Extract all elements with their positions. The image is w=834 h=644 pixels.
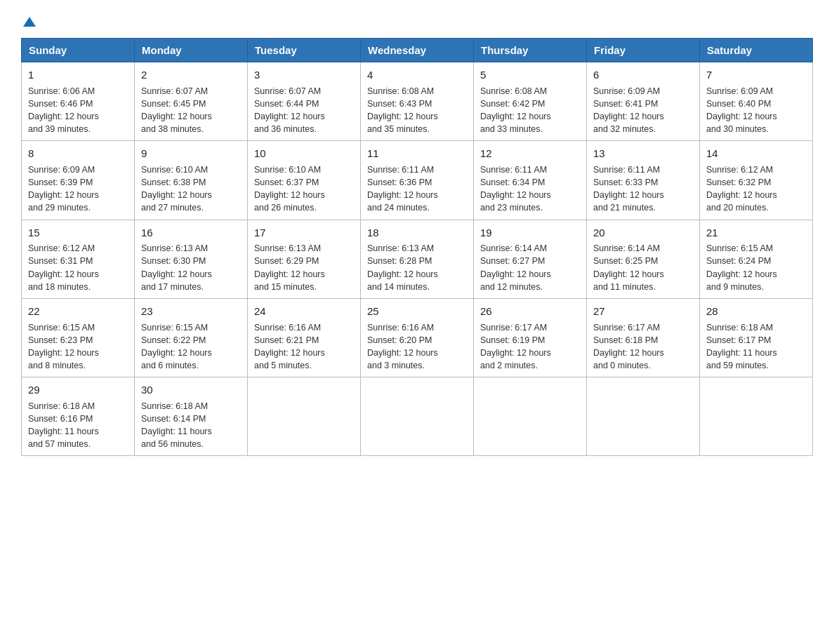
calendar-cell: 4Sunrise: 6:08 AMSunset: 6:43 PMDaylight… <box>361 62 474 141</box>
day-info: Sunrise: 6:18 AMSunset: 6:14 PMDaylight:… <box>141 401 212 449</box>
day-number: 29 <box>28 382 128 398</box>
calendar-cell: 9Sunrise: 6:10 AMSunset: 6:38 PMDaylight… <box>135 141 248 220</box>
calendar-cell: 10Sunrise: 6:10 AMSunset: 6:37 PMDayligh… <box>248 141 361 220</box>
day-number: 10 <box>254 146 354 161</box>
day-number: 3 <box>254 67 354 83</box>
day-number: 19 <box>480 225 580 241</box>
day-info: Sunrise: 6:12 AMSunset: 6:31 PMDaylight:… <box>28 243 99 291</box>
day-number: 20 <box>593 225 693 241</box>
day-info: Sunrise: 6:08 AMSunset: 6:43 PMDaylight:… <box>367 86 438 134</box>
day-info: Sunrise: 6:17 AMSunset: 6:19 PMDaylight:… <box>480 323 551 370</box>
day-number: 21 <box>706 225 806 241</box>
calendar-table: SundayMondayTuesdayWednesdayThursdayFrid… <box>21 38 813 456</box>
day-info: Sunrise: 6:09 AMSunset: 6:40 PMDaylight:… <box>706 86 777 134</box>
header-wednesday: Wednesday <box>361 39 474 62</box>
calendar-cell: 5Sunrise: 6:08 AMSunset: 6:42 PMDaylight… <box>474 62 587 141</box>
day-info: Sunrise: 6:10 AMSunset: 6:38 PMDaylight:… <box>141 165 212 213</box>
calendar-cell <box>248 377 361 456</box>
calendar-cell: 30Sunrise: 6:18 AMSunset: 6:14 PMDayligh… <box>135 377 248 456</box>
day-info: Sunrise: 6:16 AMSunset: 6:21 PMDaylight:… <box>254 323 325 370</box>
calendar-cell: 1Sunrise: 6:06 AMSunset: 6:46 PMDaylight… <box>22 62 135 141</box>
calendar-cell: 21Sunrise: 6:15 AMSunset: 6:24 PMDayligh… <box>700 220 813 298</box>
calendar-cell: 11Sunrise: 6:11 AMSunset: 6:36 PMDayligh… <box>361 141 474 220</box>
day-number: 2 <box>141 67 241 83</box>
day-number: 25 <box>367 304 467 319</box>
day-number: 18 <box>367 225 467 241</box>
day-info: Sunrise: 6:15 AMSunset: 6:24 PMDaylight:… <box>706 243 777 291</box>
header <box>21 14 813 25</box>
header-monday: Monday <box>135 39 248 62</box>
logo-icon <box>21 15 36 27</box>
day-number: 4 <box>367 67 467 83</box>
day-number: 14 <box>706 146 806 161</box>
header-sunday: Sunday <box>22 39 135 62</box>
day-info: Sunrise: 6:11 AMSunset: 6:36 PMDaylight:… <box>367 165 438 213</box>
day-info: Sunrise: 6:07 AMSunset: 6:44 PMDaylight:… <box>254 86 325 134</box>
day-number: 15 <box>28 225 128 241</box>
calendar-cell: 24Sunrise: 6:16 AMSunset: 6:21 PMDayligh… <box>248 298 361 377</box>
header-friday: Friday <box>587 39 700 62</box>
day-number: 5 <box>480 67 580 83</box>
day-number: 11 <box>367 146 467 161</box>
day-number: 13 <box>593 146 693 161</box>
day-info: Sunrise: 6:09 AMSunset: 6:41 PMDaylight:… <box>593 86 664 134</box>
day-number: 9 <box>141 146 241 161</box>
calendar-cell: 13Sunrise: 6:11 AMSunset: 6:33 PMDayligh… <box>587 141 700 220</box>
day-number: 8 <box>28 146 128 161</box>
header-saturday: Saturday <box>700 39 813 62</box>
calendar-cell: 22Sunrise: 6:15 AMSunset: 6:23 PMDayligh… <box>22 298 135 377</box>
day-info: Sunrise: 6:09 AMSunset: 6:39 PMDaylight:… <box>28 165 99 213</box>
day-info: Sunrise: 6:14 AMSunset: 6:25 PMDaylight:… <box>593 243 664 291</box>
calendar-cell: 25Sunrise: 6:16 AMSunset: 6:20 PMDayligh… <box>361 298 474 377</box>
day-info: Sunrise: 6:14 AMSunset: 6:27 PMDaylight:… <box>480 243 551 291</box>
calendar-cell: 12Sunrise: 6:11 AMSunset: 6:34 PMDayligh… <box>474 141 587 220</box>
day-info: Sunrise: 6:06 AMSunset: 6:46 PMDaylight:… <box>28 86 99 134</box>
day-info: Sunrise: 6:15 AMSunset: 6:22 PMDaylight:… <box>141 323 212 370</box>
weekday-header-row: SundayMondayTuesdayWednesdayThursdayFrid… <box>22 39 813 62</box>
calendar-cell: 6Sunrise: 6:09 AMSunset: 6:41 PMDaylight… <box>587 62 700 141</box>
day-number: 30 <box>141 382 241 398</box>
day-number: 12 <box>480 146 580 161</box>
day-info: Sunrise: 6:16 AMSunset: 6:20 PMDaylight:… <box>367 323 438 370</box>
calendar-cell: 28Sunrise: 6:18 AMSunset: 6:17 PMDayligh… <box>700 298 813 377</box>
day-info: Sunrise: 6:11 AMSunset: 6:33 PMDaylight:… <box>593 165 664 213</box>
day-number: 17 <box>254 225 354 241</box>
calendar-cell: 27Sunrise: 6:17 AMSunset: 6:18 PMDayligh… <box>587 298 700 377</box>
calendar-cell: 20Sunrise: 6:14 AMSunset: 6:25 PMDayligh… <box>587 220 700 298</box>
header-tuesday: Tuesday <box>248 39 361 62</box>
day-number: 27 <box>593 304 693 319</box>
day-number: 23 <box>141 304 241 319</box>
day-number: 28 <box>706 304 806 319</box>
day-info: Sunrise: 6:18 AMSunset: 6:17 PMDaylight:… <box>706 323 777 370</box>
day-info: Sunrise: 6:11 AMSunset: 6:34 PMDaylight:… <box>480 165 551 213</box>
logo <box>21 14 36 25</box>
header-thursday: Thursday <box>474 39 587 62</box>
week-row-1: 1Sunrise: 6:06 AMSunset: 6:46 PMDaylight… <box>22 62 813 141</box>
calendar-cell: 26Sunrise: 6:17 AMSunset: 6:19 PMDayligh… <box>474 298 587 377</box>
day-info: Sunrise: 6:12 AMSunset: 6:32 PMDaylight:… <box>706 165 777 213</box>
week-row-5: 29Sunrise: 6:18 AMSunset: 6:16 PMDayligh… <box>22 377 813 456</box>
calendar-cell: 17Sunrise: 6:13 AMSunset: 6:29 PMDayligh… <box>248 220 361 298</box>
day-number: 7 <box>706 67 806 83</box>
calendar-cell: 16Sunrise: 6:13 AMSunset: 6:30 PMDayligh… <box>135 220 248 298</box>
calendar-cell <box>700 377 813 456</box>
day-number: 6 <box>593 67 693 83</box>
day-info: Sunrise: 6:13 AMSunset: 6:30 PMDaylight:… <box>141 243 212 291</box>
calendar-cell: 2Sunrise: 6:07 AMSunset: 6:45 PMDaylight… <box>135 62 248 141</box>
day-info: Sunrise: 6:17 AMSunset: 6:18 PMDaylight:… <box>593 323 664 370</box>
calendar-cell: 7Sunrise: 6:09 AMSunset: 6:40 PMDaylight… <box>700 62 813 141</box>
calendar-cell: 15Sunrise: 6:12 AMSunset: 6:31 PMDayligh… <box>22 220 135 298</box>
day-number: 1 <box>28 67 128 83</box>
day-info: Sunrise: 6:13 AMSunset: 6:29 PMDaylight:… <box>254 243 325 291</box>
day-number: 24 <box>254 304 354 319</box>
calendar-cell: 29Sunrise: 6:18 AMSunset: 6:16 PMDayligh… <box>22 377 135 456</box>
week-row-3: 15Sunrise: 6:12 AMSunset: 6:31 PMDayligh… <box>22 220 813 298</box>
calendar-cell: 19Sunrise: 6:14 AMSunset: 6:27 PMDayligh… <box>474 220 587 298</box>
calendar-cell: 3Sunrise: 6:07 AMSunset: 6:44 PMDaylight… <box>248 62 361 141</box>
week-row-2: 8Sunrise: 6:09 AMSunset: 6:39 PMDaylight… <box>22 141 813 220</box>
calendar-cell <box>587 377 700 456</box>
calendar-cell <box>361 377 474 456</box>
calendar-cell: 18Sunrise: 6:13 AMSunset: 6:28 PMDayligh… <box>361 220 474 298</box>
day-number: 16 <box>141 225 241 241</box>
day-info: Sunrise: 6:10 AMSunset: 6:37 PMDaylight:… <box>254 165 325 213</box>
